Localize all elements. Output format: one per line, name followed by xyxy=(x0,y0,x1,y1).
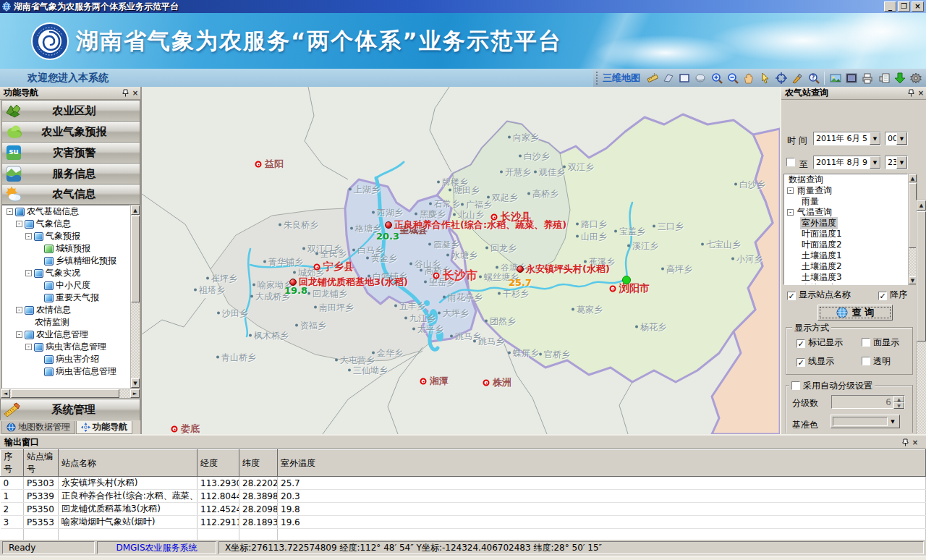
close-icon[interactable]: × xyxy=(910,438,920,447)
transparent-checkbox[interactable]: 透明 xyxy=(862,355,891,368)
hour-from-dropdown[interactable]: 00▼ xyxy=(885,132,908,145)
station-results-grid[interactable]: 序号站点编号站点名称经度纬度室外温度0P5303永安镇坪头村(水稻)113.29… xyxy=(0,449,926,541)
station-marker[interactable] xyxy=(385,221,392,229)
to-checkbox[interactable] xyxy=(786,158,795,166)
query-type-tree[interactable]: 数据查询-雨量查询雨量-气温查询室外温度叶面温度1叶面温度2土壤温度1土壤温度2… xyxy=(783,174,908,285)
window-titlebar[interactable]: 湖南省气象为农服务两个体系业务示范平台 _ ❐ × xyxy=(0,0,926,13)
fullscreen-icon[interactable] xyxy=(845,71,859,85)
expand-toggle-icon[interactable]: - xyxy=(25,270,32,276)
station-marker[interactable] xyxy=(517,266,524,273)
restore-button[interactable]: ❐ xyxy=(898,1,910,12)
column-header[interactable]: 纬度 xyxy=(239,450,278,477)
city-marker[interactable] xyxy=(420,378,427,385)
column-header[interactable]: 站点名称 xyxy=(59,450,197,477)
tab-map-data-management[interactable]: 地图数据管理 xyxy=(1,421,75,434)
query-button[interactable]: 查 询 xyxy=(817,305,893,321)
zoom-in-icon[interactable] xyxy=(710,71,723,85)
table-row[interactable]: 3P5353喻家坳烟叶气象站(烟叶)112.29117428.18937819.… xyxy=(1,516,926,529)
tree-item[interactable]: -气象信息 xyxy=(2,218,129,230)
date-to-dropdown[interactable]: 2011年 8月 9▼ xyxy=(813,156,881,169)
tree-item[interactable]: 农情监测 xyxy=(2,316,129,328)
query-tree-item[interactable]: 土壤温度3 xyxy=(784,272,907,283)
column-header[interactable]: 经度 xyxy=(197,450,239,477)
repaint-brush-icon[interactable] xyxy=(791,71,804,85)
selected-station-point[interactable] xyxy=(622,276,631,284)
tab-function-nav[interactable]: 功能导航 xyxy=(76,421,132,434)
accordion-system-management[interactable]: 系统管理 xyxy=(0,399,140,420)
close-icon[interactable]: × xyxy=(916,88,926,98)
pin-icon[interactable] xyxy=(906,88,916,98)
query-tree-item[interactable]: -气温查询 xyxy=(784,207,907,218)
chevron-down-icon[interactable]: ▼ xyxy=(870,156,880,169)
pin-icon[interactable] xyxy=(900,438,910,447)
map3d-button[interactable]: 三维地图 xyxy=(603,72,640,85)
auto-grading-checkbox[interactable]: 采用自动分级设置 xyxy=(789,380,875,392)
chevron-down-icon[interactable]: ▼ xyxy=(896,132,907,145)
descending-checkbox[interactable]: ✓降序 xyxy=(878,289,907,301)
query-tree-item[interactable]: 土壤温度2 xyxy=(784,261,907,272)
tree-item[interactable]: -病虫害信息管理 xyxy=(2,341,129,353)
download-icon[interactable] xyxy=(893,71,906,85)
accordion-service-info[interactable]: 服务信息 xyxy=(1,163,140,184)
tree-item[interactable]: -农气基础信息 xyxy=(2,205,129,218)
zoom-out-icon[interactable] xyxy=(726,71,739,85)
accordion-agro-weather-forecast[interactable]: 农业气象预报 xyxy=(1,121,140,142)
city-marker[interactable] xyxy=(433,273,440,279)
marker-display-checkbox[interactable]: ✓标记显示 xyxy=(797,336,843,349)
close-button[interactable]: × xyxy=(912,1,924,12)
tree-item[interactable]: 病虫害信息管理 xyxy=(2,365,129,378)
center-extent-icon[interactable] xyxy=(774,71,788,85)
table-row[interactable]: 0P5303永安镇坪头村(水稻)113.29303328.22020125.7 xyxy=(1,477,926,490)
area-display-checkbox[interactable]: 面显示 xyxy=(862,336,899,349)
city-marker[interactable] xyxy=(610,286,616,292)
map-canvas[interactable]: 上湖乡西湖乡牌楼乡塘田乡石常乡广福乡黑麋乡北山乡向家乡白沙乡开慧乡观佳乡双江乡双… xyxy=(142,87,780,434)
map-flag-icon[interactable] xyxy=(661,71,675,85)
column-header[interactable]: 序号 xyxy=(1,450,24,477)
city-marker[interactable] xyxy=(171,426,178,433)
line-display-checkbox[interactable]: ✓线显示 xyxy=(797,355,834,368)
accordion-disaster-warning[interactable]: su 灾害预警 xyxy=(1,142,140,163)
eraser-icon[interactable] xyxy=(694,71,708,85)
grade-count-stepper[interactable]: 6 ▲▼ xyxy=(831,395,905,409)
tree-item[interactable]: 中小尺度 xyxy=(2,279,129,292)
base-color-dropdown[interactable]: ▼ xyxy=(831,415,900,428)
tree-item[interactable]: 病虫害介绍 xyxy=(2,353,129,365)
chevron-down-icon[interactable]: ▼ xyxy=(896,156,907,169)
print-icon[interactable] xyxy=(861,71,875,85)
expand-toggle-icon[interactable]: - xyxy=(7,208,13,215)
city-marker[interactable] xyxy=(255,161,262,168)
tree-item[interactable]: 城镇预报 xyxy=(2,242,129,255)
column-header[interactable]: 站点编号 xyxy=(24,450,59,477)
expand-toggle-icon[interactable]: - xyxy=(25,344,32,350)
query-tree-item[interactable]: -雨量查询 xyxy=(784,185,907,196)
show-names-checkbox[interactable]: ✓显示站点名称 xyxy=(787,289,851,301)
tree-item[interactable]: -气象预报 xyxy=(2,230,129,242)
tree-item[interactable]: 乡镇精细化预报 xyxy=(2,255,129,267)
select-arrow-icon[interactable] xyxy=(758,71,772,85)
map-toolbar[interactable]: 三维地图 ? xyxy=(593,69,926,87)
identify-icon[interactable]: ? xyxy=(807,71,820,85)
tree-item[interactable]: -农业信息管理 xyxy=(2,328,129,341)
table-row[interactable]: 1P5339正良种养合作社(综合:水稻、蔬菜、养殖)112.80444128.3… xyxy=(1,490,926,503)
pan-hand-icon[interactable] xyxy=(742,71,756,85)
expand-toggle-icon[interactable]: - xyxy=(25,233,32,239)
query-tree-item[interactable]: 数据查询 xyxy=(784,174,907,185)
query-tree-item[interactable]: 雨量 xyxy=(784,196,907,207)
query-tree-item[interactable]: 叶面温度1 xyxy=(784,229,907,239)
date-from-dropdown[interactable]: 2011年 6月 5▼ xyxy=(813,132,881,145)
tree-item[interactable]: 重要天气报 xyxy=(2,292,129,304)
accordion-farm-zoning[interactable]: 农业区划 xyxy=(1,100,140,121)
minimize-button[interactable]: _ xyxy=(884,1,896,12)
expand-toggle-icon[interactable]: - xyxy=(16,221,22,227)
left-panel-hscrollbar[interactable]: ◄ ► xyxy=(0,389,140,399)
expand-toggle-icon[interactable]: - xyxy=(787,209,794,216)
table-row[interactable]: 2P5350回龙铺优质稻基地3(水稻)112.4524528.20980219.… xyxy=(1,503,926,516)
query-tree-item[interactable]: 土壤温度4 xyxy=(784,283,907,285)
toolbar-grip[interactable] xyxy=(596,72,599,85)
close-icon[interactable]: × xyxy=(130,88,140,98)
city-marker[interactable] xyxy=(483,380,490,386)
city-marker[interactable] xyxy=(314,264,320,271)
export-image-icon[interactable] xyxy=(828,71,842,85)
expand-toggle-icon[interactable]: - xyxy=(16,331,22,338)
accordion-agro-met-info[interactable]: 农气信息 xyxy=(1,184,140,205)
